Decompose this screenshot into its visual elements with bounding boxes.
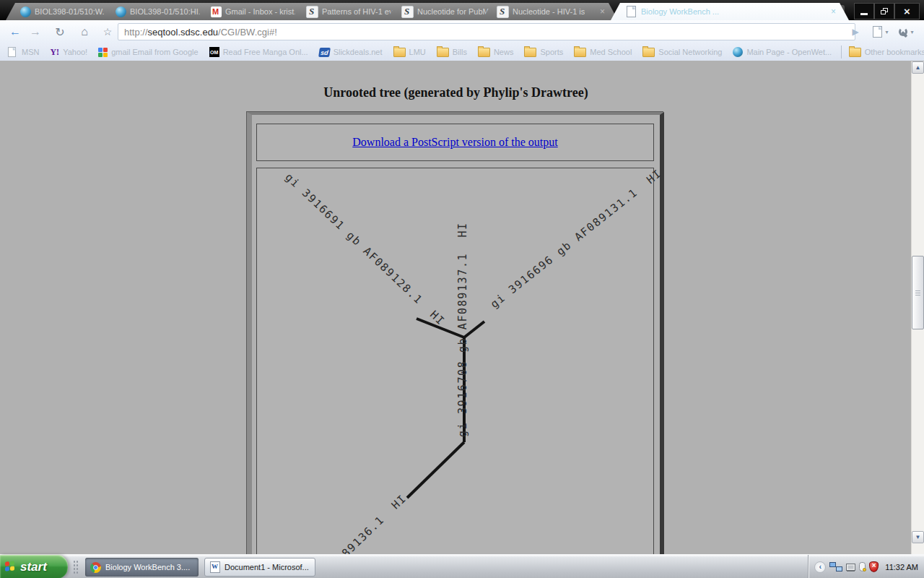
folder-icon <box>478 48 490 57</box>
back-button[interactable]: ← <box>6 22 25 41</box>
page-icon <box>8 47 16 57</box>
bookmark-gmail[interactable]: gmail Email from Google <box>98 48 198 57</box>
ncbi-icon <box>497 6 509 18</box>
reload-button[interactable]: ↻ <box>51 22 69 41</box>
forward-button[interactable]: → <box>26 22 45 41</box>
page-menu-button[interactable]: ▾ <box>868 22 892 41</box>
tab-nucleotide-hiv1[interactable]: Nucleotide - HIV-1 is... × <box>482 3 618 20</box>
slickdeals-icon <box>318 48 331 57</box>
minimize-icon <box>860 13 868 15</box>
bookmark-folder-social-networking[interactable]: Social Networking <box>642 48 722 57</box>
bookmark-label: Main Page - OpenWet... <box>746 48 832 56</box>
url-scheme: http:// <box>124 27 148 38</box>
bookmark-label: Other bookmarks <box>865 48 924 56</box>
bookmarks-bar: MSN Y!Yahoo! gmail Email from Google Rea… <box>0 43 924 61</box>
bookmark-label: Bills <box>453 48 467 56</box>
bookmark-folder-sports[interactable]: Sports <box>524 48 563 57</box>
bookmark-star-button[interactable]: ☆ <box>98 22 117 41</box>
wrench-icon <box>898 27 909 38</box>
google-icon <box>98 48 108 57</box>
scroll-down-icon[interactable] <box>912 531 924 543</box>
tools-menu-button[interactable]: ▾ <box>894 22 918 41</box>
openwetware-icon <box>116 7 126 17</box>
bookmark-folder-lmu[interactable]: LMU <box>393 48 426 57</box>
window-minimize-button[interactable] <box>854 3 874 20</box>
page-icon <box>873 26 882 38</box>
bookmark-onemanga[interactable]: Read Free Manga Onl... <box>209 47 308 57</box>
folder-icon <box>849 48 861 57</box>
scroll-up-icon[interactable] <box>912 61 924 74</box>
tab-label: Nucleotide - HIV-1 is... <box>513 7 585 16</box>
bookmark-folder-med-school[interactable]: Med School <box>574 48 632 57</box>
bookmark-label: News <box>494 48 514 56</box>
address-bar[interactable]: http://seqtool.sdsc.edu/CGI/BW.cgi#! <box>118 23 855 40</box>
network-icon[interactable] <box>829 561 842 572</box>
bookmark-msn[interactable]: MSN <box>6 46 39 58</box>
tree-taxon-label: gi 3916708 gb AF089137.1 HI <box>456 222 469 437</box>
chevron-down-icon: ▾ <box>885 29 888 35</box>
taskbar-item-label: Document1 - Microsof... <box>225 563 309 571</box>
tab-biology-workbench-active[interactable]: Biology WorkBench ... × <box>611 3 849 20</box>
taskbar-item-word-document[interactable]: Document1 - Microsof... <box>204 558 315 577</box>
bookmark-label: Yahoo! <box>63 48 87 56</box>
url-path: /CGI/BW.cgi#! <box>218 27 277 38</box>
bookmark-slickdeals[interactable]: Slickdeals.net <box>319 48 383 57</box>
tab-label: Nucleotide for PubM... <box>417 7 489 16</box>
ncbi-icon <box>306 6 318 18</box>
url-host: seqtool.sdsc.edu <box>148 27 219 38</box>
bookmark-label: Social Networking <box>658 48 722 56</box>
bookmark-yahoo[interactable]: Y!Yahoo! <box>50 47 87 58</box>
bookmark-openwetware[interactable]: Main Page - OpenWet... <box>733 47 832 57</box>
browser-toolbar: ← → ↻ ⌂ ☆ http://seqtool.sdsc.edu/CGI/BW… <box>0 20 924 44</box>
security-alert-icon[interactable] <box>869 561 879 572</box>
tray-collapse-icon[interactable] <box>814 561 826 573</box>
results-frame: Download a PostScript version of the out… <box>247 112 664 554</box>
tab-label: Gmail - Inbox - krist... <box>225 7 297 16</box>
gmail-icon <box>211 7 222 17</box>
browser-tab-strip: BIOL398-01/510:W... × BIOL398-01/510:HI.… <box>0 0 924 20</box>
page-scrollbar[interactable] <box>911 61 924 554</box>
postscript-download-link[interactable]: Download a PostScript version of the out… <box>352 136 557 149</box>
quick-launch-grip[interactable] <box>73 560 78 574</box>
chevron-down-icon: ▾ <box>910 29 913 35</box>
page-title: Unrooted tree (generated by Phylip's Dra… <box>0 85 912 100</box>
bookmark-label: LMU <box>409 48 426 56</box>
tab-label: Patterns of HIV-1 ev... <box>322 7 394 16</box>
bookmark-label: Slickdeals.net <box>334 48 383 56</box>
tab-close-icon[interactable]: × <box>600 7 605 16</box>
bookmark-folder-news[interactable]: News <box>478 48 514 57</box>
folder-icon <box>524 48 536 57</box>
taskbar-clock: 11:32 AM <box>885 563 918 571</box>
tab-label: Biology WorkBench ... <box>641 7 719 16</box>
go-button[interactable]: ▶ <box>846 22 865 41</box>
other-bookmarks-button[interactable]: Other bookmarks <box>841 46 924 59</box>
system-tray: 11:32 AM <box>808 555 924 578</box>
word-icon <box>210 561 220 573</box>
tab-close-icon[interactable]: × <box>831 7 836 16</box>
window-close-button[interactable] <box>894 3 920 20</box>
taskbar-item-label: Biology WorkBench 3.... <box>105 563 190 571</box>
folder-icon <box>393 48 406 57</box>
bookmark-label: MSN <box>22 48 39 56</box>
bookmark-folder-bills[interactable]: Bills <box>437 48 467 57</box>
bookmark-label: Read Free Manga Onl... <box>223 48 308 56</box>
close-icon <box>904 5 910 17</box>
onemanga-icon <box>209 47 219 57</box>
display-icon[interactable] <box>846 564 855 571</box>
openwetware-icon <box>733 47 743 57</box>
start-button-label: start <box>20 560 47 574</box>
taskbar-item-biology-workbench[interactable]: Biology WorkBench 3.... <box>85 558 199 577</box>
scrollbar-thumb[interactable] <box>912 256 924 329</box>
home-button[interactable]: ⌂ <box>75 22 94 41</box>
pointing-device-icon[interactable] <box>859 562 866 571</box>
window-restore-button[interactable] <box>874 3 894 20</box>
start-button[interactable]: start <box>0 555 68 578</box>
windows-taskbar: start Biology WorkBench 3.... Document1 … <box>0 554 924 578</box>
tab-label: BIOL398-01/510:HI... <box>130 7 202 16</box>
folder-icon <box>437 48 449 57</box>
yahoo-icon: Y! <box>50 47 59 58</box>
windows-flag-icon <box>5 561 16 573</box>
chrome-icon <box>90 562 101 573</box>
bookmark-label: Med School <box>590 48 632 56</box>
tab-label: BIOL398-01/510:W... <box>35 7 107 16</box>
